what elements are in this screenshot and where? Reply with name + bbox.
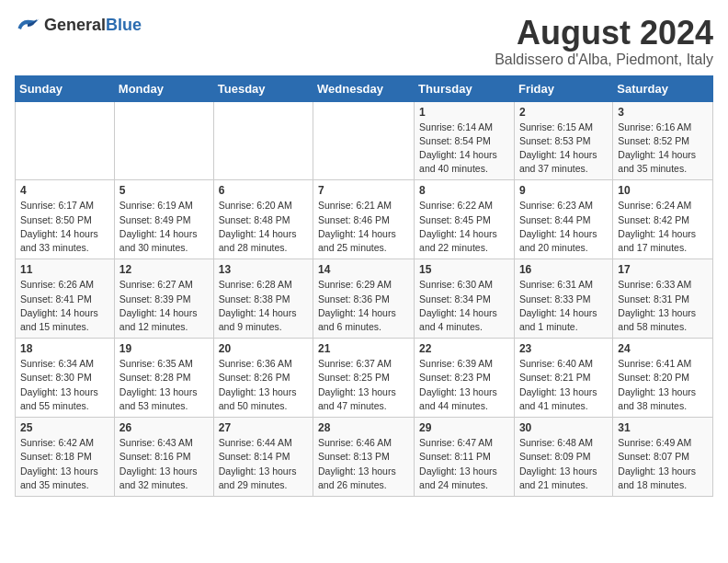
day-number: 26 (119, 421, 209, 434)
logo-blue: Blue (106, 16, 142, 34)
cell-week2-day1: 5Sunrise: 6:19 AMSunset: 8:49 PMDaylight… (114, 180, 213, 259)
day-number: 16 (519, 263, 608, 276)
day-info: Sunrise: 6:48 AMSunset: 8:09 PMDaylight:… (519, 436, 608, 492)
day-info: Sunrise: 6:23 AMSunset: 8:44 PMDaylight:… (519, 199, 608, 255)
day-number: 20 (219, 342, 308, 355)
week-row-3: 11Sunrise: 6:26 AMSunset: 8:41 PMDayligh… (16, 259, 713, 339)
day-info: Sunrise: 6:17 AMSunset: 8:50 PMDaylight:… (20, 199, 109, 255)
day-info: Sunrise: 6:37 AMSunset: 8:25 PMDaylight:… (318, 357, 409, 413)
day-number: 12 (119, 263, 209, 276)
day-number: 31 (618, 421, 708, 434)
cell-week1-day1 (114, 101, 213, 180)
day-info: Sunrise: 6:33 AMSunset: 8:31 PMDaylight:… (618, 278, 708, 334)
day-info: Sunrise: 6:22 AMSunset: 8:45 PMDaylight:… (419, 199, 509, 255)
day-info: Sunrise: 6:19 AMSunset: 8:49 PMDaylight:… (119, 199, 209, 255)
day-number: 9 (519, 184, 608, 197)
day-number: 1 (419, 106, 509, 119)
day-info: Sunrise: 6:42 AMSunset: 8:18 PMDaylight:… (20, 436, 109, 492)
day-number: 6 (219, 184, 308, 197)
day-number: 24 (618, 342, 708, 355)
cell-week5-day1: 26Sunrise: 6:43 AMSunset: 8:16 PMDayligh… (114, 418, 213, 497)
cell-week1-day5: 2Sunrise: 6:15 AMSunset: 8:53 PMDaylight… (514, 101, 612, 180)
day-info: Sunrise: 6:46 AMSunset: 8:13 PMDaylight:… (318, 436, 409, 492)
day-info: Sunrise: 6:14 AMSunset: 8:54 PMDaylight:… (419, 121, 509, 177)
logo: GeneralBlue (15, 15, 142, 35)
cell-week3-day6: 17Sunrise: 6:33 AMSunset: 8:31 PMDayligh… (613, 259, 713, 339)
cell-week5-day2: 27Sunrise: 6:44 AMSunset: 8:14 PMDayligh… (213, 418, 313, 497)
cell-week1-day0 (16, 101, 115, 180)
day-info: Sunrise: 6:30 AMSunset: 8:34 PMDaylight:… (419, 278, 509, 334)
day-number: 2 (519, 106, 608, 119)
day-number: 13 (219, 263, 308, 276)
day-number: 8 (419, 184, 509, 197)
header-saturday: Saturday (613, 75, 713, 101)
day-info: Sunrise: 6:26 AMSunset: 8:41 PMDaylight:… (20, 278, 109, 334)
cell-week1-day6: 3Sunrise: 6:16 AMSunset: 8:52 PMDaylight… (613, 101, 713, 180)
cell-week4-day1: 19Sunrise: 6:35 AMSunset: 8:28 PMDayligh… (114, 339, 213, 418)
cell-week3-day5: 16Sunrise: 6:31 AMSunset: 8:33 PMDayligh… (514, 259, 612, 339)
logo-general: General (44, 16, 106, 34)
cell-week1-day2 (213, 101, 313, 180)
day-number: 25 (20, 421, 109, 434)
cell-week2-day4: 8Sunrise: 6:22 AMSunset: 8:45 PMDaylight… (415, 180, 515, 259)
cell-week2-day2: 6Sunrise: 6:20 AMSunset: 8:48 PMDaylight… (213, 180, 313, 259)
day-info: Sunrise: 6:31 AMSunset: 8:33 PMDaylight:… (519, 278, 608, 334)
day-info: Sunrise: 6:21 AMSunset: 8:46 PMDaylight:… (318, 199, 409, 255)
cell-week5-day0: 25Sunrise: 6:42 AMSunset: 8:18 PMDayligh… (16, 418, 115, 497)
cell-week2-day3: 7Sunrise: 6:21 AMSunset: 8:46 PMDaylight… (313, 180, 415, 259)
cell-week5-day3: 28Sunrise: 6:46 AMSunset: 8:13 PMDayligh… (313, 418, 415, 497)
day-number: 3 (618, 106, 708, 119)
cell-week4-day5: 23Sunrise: 6:40 AMSunset: 8:21 PMDayligh… (514, 339, 612, 418)
header-sunday: Sunday (16, 75, 115, 101)
logo-bird-icon (15, 15, 40, 35)
cell-week3-day3: 14Sunrise: 6:29 AMSunset: 8:36 PMDayligh… (313, 259, 415, 339)
day-info: Sunrise: 6:47 AMSunset: 8:11 PMDaylight:… (419, 436, 509, 492)
day-info: Sunrise: 6:28 AMSunset: 8:38 PMDaylight:… (219, 278, 308, 334)
cell-week2-day6: 10Sunrise: 6:24 AMSunset: 8:42 PMDayligh… (613, 180, 713, 259)
day-number: 10 (618, 184, 708, 197)
day-number: 11 (20, 263, 109, 276)
day-number: 30 (519, 421, 608, 434)
week-row-5: 25Sunrise: 6:42 AMSunset: 8:18 PMDayligh… (16, 418, 713, 497)
cell-week4-day3: 21Sunrise: 6:37 AMSunset: 8:25 PMDayligh… (313, 339, 415, 418)
day-number: 29 (419, 421, 509, 434)
title-area: August 2024 Baldissero d'Alba, Piedmont,… (495, 15, 713, 68)
cell-week2-day5: 9Sunrise: 6:23 AMSunset: 8:44 PMDaylight… (514, 180, 612, 259)
cell-week4-day2: 20Sunrise: 6:36 AMSunset: 8:26 PMDayligh… (213, 339, 313, 418)
cell-week5-day5: 30Sunrise: 6:48 AMSunset: 8:09 PMDayligh… (514, 418, 612, 497)
day-number: 4 (20, 184, 109, 197)
cell-week4-day4: 22Sunrise: 6:39 AMSunset: 8:23 PMDayligh… (415, 339, 515, 418)
header-monday: Monday (114, 75, 213, 101)
day-info: Sunrise: 6:35 AMSunset: 8:28 PMDaylight:… (119, 357, 209, 413)
week-row-1: 1Sunrise: 6:14 AMSunset: 8:54 PMDaylight… (16, 101, 713, 180)
header-thursday: Thursday (415, 75, 515, 101)
day-info: Sunrise: 6:41 AMSunset: 8:20 PMDaylight:… (618, 357, 708, 413)
cell-week5-day4: 29Sunrise: 6:47 AMSunset: 8:11 PMDayligh… (415, 418, 515, 497)
day-info: Sunrise: 6:29 AMSunset: 8:36 PMDaylight:… (318, 278, 409, 334)
day-number: 14 (318, 263, 409, 276)
day-number: 19 (119, 342, 209, 355)
day-info: Sunrise: 6:36 AMSunset: 8:26 PMDaylight:… (219, 357, 308, 413)
cell-week5-day6: 31Sunrise: 6:49 AMSunset: 8:07 PMDayligh… (613, 418, 713, 497)
day-info: Sunrise: 6:24 AMSunset: 8:42 PMDaylight:… (618, 199, 708, 255)
header-tuesday: Tuesday (213, 75, 313, 101)
day-number: 21 (318, 342, 409, 355)
week-row-4: 18Sunrise: 6:34 AMSunset: 8:30 PMDayligh… (16, 339, 713, 418)
day-number: 27 (219, 421, 308, 434)
day-number: 28 (318, 421, 409, 434)
day-number: 23 (519, 342, 608, 355)
day-number: 15 (419, 263, 509, 276)
day-info: Sunrise: 6:40 AMSunset: 8:21 PMDaylight:… (519, 357, 608, 413)
day-number: 18 (20, 342, 109, 355)
cell-week1-day3 (313, 101, 415, 180)
header-wednesday: Wednesday (313, 75, 415, 101)
day-number: 7 (318, 184, 409, 197)
day-number: 17 (618, 263, 708, 276)
day-info: Sunrise: 6:27 AMSunset: 8:39 PMDaylight:… (119, 278, 209, 334)
cell-week1-day4: 1Sunrise: 6:14 AMSunset: 8:54 PMDaylight… (415, 101, 515, 180)
week-row-2: 4Sunrise: 6:17 AMSunset: 8:50 PMDaylight… (16, 180, 713, 259)
day-info: Sunrise: 6:49 AMSunset: 8:07 PMDaylight:… (618, 436, 708, 492)
cell-week2-day0: 4Sunrise: 6:17 AMSunset: 8:50 PMDaylight… (16, 180, 115, 259)
calendar-header: SundayMondayTuesdayWednesdayThursdayFrid… (16, 75, 713, 101)
calendar-table: SundayMondayTuesdayWednesdayThursdayFrid… (15, 75, 713, 497)
